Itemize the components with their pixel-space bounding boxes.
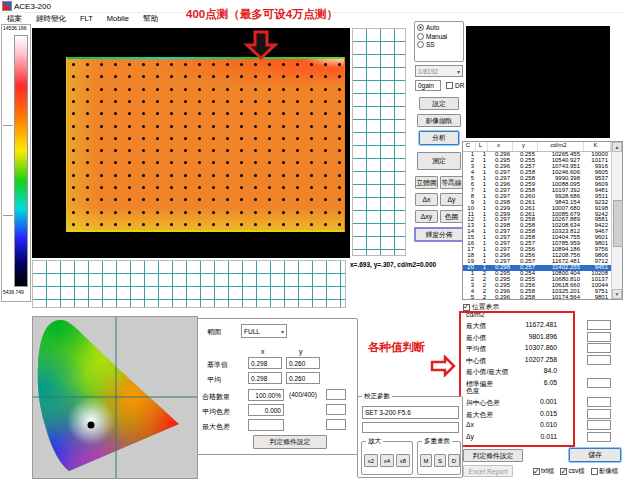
save-button[interactable]: 儲存: [569, 448, 621, 462]
average-y-input[interactable]: 0.260: [286, 372, 320, 384]
judge-condition-button[interactable]: 判定條件設定: [463, 449, 523, 462]
point-dot: [226, 174, 229, 177]
filecheck-txt檔[interactable]: txt檔: [533, 467, 554, 476]
point-dot: [86, 211, 89, 214]
point-dot: [212, 63, 215, 66]
app-icon: [3, 2, 11, 10]
point-dot: [212, 174, 215, 177]
delta-y-button[interactable]: Δy: [440, 193, 463, 206]
calibration-set-field[interactable]: SET 3-200 F5.6: [362, 406, 459, 419]
shutter-select[interactable]: 1/8192 ▾: [415, 65, 463, 77]
point-dot: [240, 198, 243, 201]
heatmap-canvas[interactable]: [32, 28, 350, 258]
point-dot: [72, 112, 75, 115]
file-checkbox-box[interactable]: [560, 468, 567, 475]
point-dot: [324, 112, 327, 115]
point-dot: [296, 88, 299, 91]
radio-dot[interactable]: [417, 41, 424, 48]
view-3d-button[interactable]: 立體圖: [415, 176, 438, 189]
cie-chromaticity-diagram[interactable]: [32, 316, 198, 479]
point-dot: [142, 186, 145, 189]
judge-criteria-box: [587, 320, 611, 330]
luminance-distribution-button[interactable]: 輝度分佈: [414, 227, 464, 242]
scroll-down-icon[interactable]: ▼: [612, 289, 622, 299]
menu-item-檔案[interactable]: 檔案: [0, 13, 29, 24]
point-dot: [198, 137, 201, 140]
point-dot: [114, 137, 117, 140]
point-dot: [324, 198, 327, 201]
file-checkbox-box[interactable]: [533, 468, 540, 475]
point-dot: [114, 75, 117, 78]
point-dot: [268, 149, 271, 152]
point-dot: [72, 63, 75, 66]
contour-button[interactable]: 等高線: [440, 176, 463, 189]
table-row[interactable]: 520.2960.25810174.5649801: [463, 295, 622, 301]
file-checkbox-box[interactable]: [591, 468, 598, 475]
point-dot: [184, 100, 187, 103]
table-scrollbar[interactable]: ▲ ▼: [611, 142, 622, 299]
point-dot: [72, 100, 75, 103]
multiview-s-button[interactable]: S: [434, 454, 446, 467]
avg-colordiff-label: 平均色差: [202, 407, 230, 417]
image-capture-button[interactable]: 影像擷取: [417, 114, 461, 127]
dr-checkbox[interactable]: DR: [446, 82, 464, 89]
delta-xy-button[interactable]: Δxy: [415, 210, 438, 223]
average-label: 平均: [207, 375, 221, 385]
reference-x-input[interactable]: 0.298: [248, 357, 282, 369]
colormap-button[interactable]: 色圖: [440, 210, 463, 223]
table-body: 110.2960.25510265.45510000210.2950.25510…: [463, 152, 622, 301]
settings-button[interactable]: 設定: [419, 97, 459, 110]
average-x-input[interactable]: 0.298: [248, 372, 282, 384]
reference-y-input[interactable]: 0.260: [286, 357, 320, 369]
zoom-x4-button[interactable]: x4: [380, 454, 394, 467]
delta-x-button[interactable]: Δx: [415, 193, 438, 206]
point-dot: [268, 186, 271, 189]
point-dot: [310, 149, 313, 152]
menu-item-Mobile[interactable]: Mobile: [100, 13, 136, 24]
gain-input[interactable]: 0gain: [415, 80, 441, 91]
scroll-thumb[interactable]: [613, 200, 623, 247]
col-header-x: x: [488, 142, 513, 151]
point-dot: [296, 75, 299, 78]
point-dot: [114, 211, 117, 214]
radio-dot[interactable]: [417, 24, 424, 31]
point-dot: [310, 198, 313, 201]
radio-dot[interactable]: [417, 33, 424, 40]
luminance-heatmap[interactable]: [66, 57, 345, 232]
point-dot: [86, 149, 89, 152]
radio-auto[interactable]: Auto: [417, 24, 461, 31]
scroll-up-icon[interactable]: ▲: [612, 142, 622, 152]
color-scale-gradient: [14, 35, 28, 287]
point-dot: [296, 223, 299, 226]
point-dot: [240, 75, 243, 78]
judge-condition-button-2[interactable]: 判定條件設定: [253, 435, 327, 449]
radio-manual[interactable]: Manual: [417, 33, 461, 40]
pass-count-value: (400/400): [289, 391, 317, 398]
point-dot: [296, 63, 299, 66]
analyze-button[interactable]: 分析: [419, 131, 459, 145]
dr-checkbox-box[interactable]: [446, 82, 453, 89]
multiview-m-button[interactable]: M: [420, 454, 432, 467]
zoom-x2-button[interactable]: x2: [364, 454, 378, 467]
point-dot: [128, 198, 131, 201]
calibration-extra-field[interactable]: [362, 422, 459, 433]
multiview-d-button[interactable]: D: [448, 454, 460, 467]
shutter-value: 1/8192: [418, 68, 438, 75]
point-dot: [198, 198, 201, 201]
menu-item-經時變化[interactable]: 經時變化: [29, 13, 73, 24]
menu-item-幫助[interactable]: 幫助: [136, 13, 165, 24]
point-dot: [184, 149, 187, 152]
radio-ss[interactable]: SS: [417, 41, 461, 48]
point-dot: [128, 137, 131, 140]
filecheck-csv檔[interactable]: csv檔: [560, 467, 584, 476]
measure-button[interactable]: 測定: [417, 152, 461, 170]
menu-item-FLT[interactable]: FLT: [73, 13, 100, 24]
measurement-table[interactable]: C L x y cd/m2 K 110.2960.25510265.455100…: [462, 141, 623, 300]
filecheck-影像檔[interactable]: 影像檔: [591, 467, 619, 476]
excel-report-button[interactable]: Excel Report: [463, 465, 513, 477]
point-dot: [198, 75, 201, 78]
table-cell: 0.296: [488, 295, 513, 301]
range-select[interactable]: FULL ▾: [241, 324, 287, 338]
point-dot: [184, 88, 187, 91]
zoom-x8-button[interactable]: x8: [396, 454, 410, 467]
